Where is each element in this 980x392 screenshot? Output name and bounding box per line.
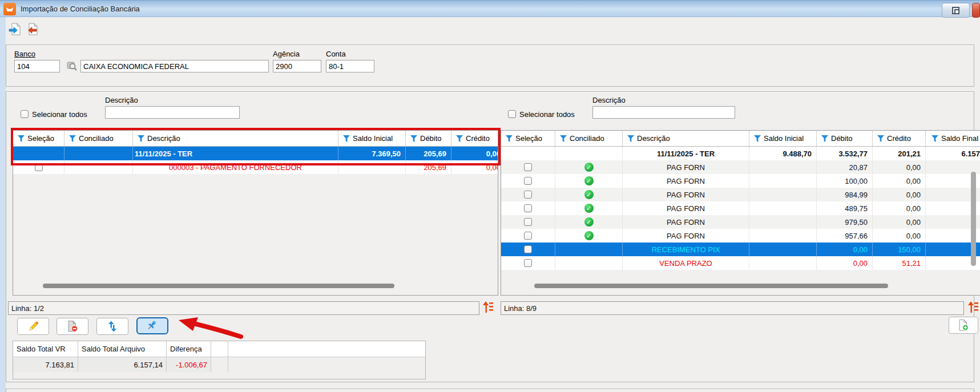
agencia-field[interactable] xyxy=(273,60,321,72)
row-desc: PAG FORN xyxy=(623,174,749,188)
right-grid-header: Seleção Conciliado Descrição Saldo Inici… xyxy=(501,131,980,147)
totals-header-saldo-total-arquivo: Saldo Total Arquivo xyxy=(78,341,167,357)
magnifier-lookup-icon xyxy=(66,60,78,71)
table-row[interactable]: RECEBIMENTO PIX 0,00 150,00 xyxy=(501,243,980,256)
left-filter-input[interactable] xyxy=(105,106,240,119)
sync-arrows-icon xyxy=(106,320,119,333)
column-header-label: Saldo Final xyxy=(941,134,978,143)
table-row[interactable]: 11/11/2025 - TER 9.488,70 3.532,77 201,2… xyxy=(501,147,980,160)
table-row[interactable]: VENDA PRAZO 0,00 51,21 xyxy=(501,256,980,270)
column-header-label: Débito xyxy=(831,134,853,143)
column-header-conciliado[interactable]: Conciliado xyxy=(555,131,623,146)
import-file-button[interactable] xyxy=(7,21,23,38)
diferenca-value: -1.006,67 xyxy=(167,357,211,372)
table-row[interactable]: ✓ PAG FORN 979,50 0,00 xyxy=(501,215,980,229)
row-saldo-inicial: 9.488,70 xyxy=(749,147,817,160)
row-debito: 0,00 xyxy=(817,243,873,256)
totals-values-row: 7.163,81 6.157,14 -1.006,67 xyxy=(13,357,425,372)
right-grid: Seleção Conciliado Descrição Saldo Inici… xyxy=(501,130,980,296)
filter-funnel-icon xyxy=(560,135,567,142)
file-return-arrow-left-icon xyxy=(25,22,39,36)
row-desc: PAG FORN xyxy=(623,215,749,229)
conta-field[interactable] xyxy=(326,60,374,72)
saldo-total-arquivo-value: 6.157,14 xyxy=(78,357,167,372)
totals-header-saldo-total-vr: Saldo Total VR xyxy=(13,341,78,357)
row-credito: 150,00 xyxy=(873,243,926,256)
row-credito: 51,21 xyxy=(873,256,926,270)
annotation-highlight-rect xyxy=(11,128,501,165)
left-grid-hscrollbar[interactable] xyxy=(43,284,394,288)
table-row[interactable]: ✓ PAG FORN 489,75 0,00 xyxy=(501,201,980,215)
column-header-descricao[interactable]: Descrição xyxy=(623,131,749,146)
right-grid-hscrollbar[interactable] xyxy=(534,284,888,288)
row-desc: 11/11/2025 - TER xyxy=(623,147,749,160)
restore-icon xyxy=(952,7,959,14)
conciliado-check-icon: ✓ xyxy=(584,190,594,199)
row-debito: 100,00 xyxy=(817,174,873,188)
column-header-saldo-final[interactable]: Saldo Final xyxy=(926,131,980,146)
left-select-all-checkbox[interactable] xyxy=(21,110,29,118)
filter-funnel-icon xyxy=(877,135,884,142)
close-window-button[interactable] xyxy=(972,3,980,18)
pin-filter-button[interactable] xyxy=(136,317,168,334)
column-header-label: Descrição xyxy=(637,134,670,143)
right-select-all-label: Selecionar todos xyxy=(519,110,575,119)
row-checkbox[interactable] xyxy=(524,259,532,267)
row-desc: PAG FORN xyxy=(623,160,749,174)
file-import-arrow-right-icon xyxy=(8,22,22,36)
filter-funnel-icon xyxy=(821,135,828,142)
totals-header: Saldo Total VR Saldo Total Arquivo Difer… xyxy=(13,341,425,357)
table-row[interactable]: ✓ PAG FORN 100,00 0,00 xyxy=(501,174,980,188)
table-row[interactable]: ✓ PAG FORN 957,66 0,00 xyxy=(501,229,980,243)
column-header-selecao[interactable]: Seleção xyxy=(501,131,555,146)
conciliado-check-icon: ✓ xyxy=(584,231,594,240)
row-checkbox[interactable] xyxy=(524,177,532,185)
column-header-label: Seleção xyxy=(515,134,542,143)
banco-name-field[interactable] xyxy=(80,60,269,72)
restore-window-button[interactable] xyxy=(942,3,970,18)
row-checkbox[interactable] xyxy=(524,245,532,253)
right-status-bar: Linha: 8/9 xyxy=(501,301,964,315)
column-header-label: Crédito xyxy=(887,134,911,143)
saldo-total-vr-value: 7.163,81 xyxy=(13,357,78,372)
row-credito: 0,00 xyxy=(873,160,926,174)
banco-lookup-button[interactable] xyxy=(64,59,79,73)
right-select-all-checkbox[interactable] xyxy=(508,110,516,118)
row-debito: 489,75 xyxy=(817,201,873,215)
edit-button[interactable] xyxy=(17,318,49,335)
right-grid-vscrollbar[interactable] xyxy=(971,172,976,266)
column-header-saldo-inicial[interactable]: Saldo Inicial xyxy=(749,131,817,146)
row-checkbox[interactable] xyxy=(524,218,532,226)
title-bar: Importação de Conciliação Bancária xyxy=(0,0,980,17)
window-frame-edge xyxy=(0,17,6,392)
row-checkbox[interactable] xyxy=(524,204,532,212)
pencil-edit-icon xyxy=(27,320,39,333)
column-header-credito[interactable]: Crédito xyxy=(873,131,926,146)
row-checkbox[interactable] xyxy=(524,191,532,199)
left-select-all-label: Selecionar todos xyxy=(32,110,87,119)
row-debito: 3.532,77 xyxy=(817,147,873,160)
delete-document-button[interactable] xyxy=(57,318,88,335)
conta-label: Conta xyxy=(326,50,346,58)
conciliado-check-icon: ✓ xyxy=(584,217,594,227)
row-checkbox[interactable] xyxy=(524,163,532,171)
row-credito: 0,00 xyxy=(873,229,926,243)
table-row[interactable]: ✓ PAG FORN 984,99 0,00 xyxy=(501,188,980,201)
return-file-button[interactable] xyxy=(24,21,40,38)
column-header-debito[interactable]: Débito xyxy=(817,131,873,146)
row-credito: 201,21 xyxy=(873,147,926,160)
banco-code-field[interactable] xyxy=(14,60,60,72)
right-filter-input[interactable] xyxy=(592,106,735,119)
table-row[interactable]: ✓ PAG FORN 20,87 0,00 xyxy=(501,160,980,174)
window-title: Importação de Conciliação Bancária xyxy=(21,5,140,13)
right-scroll-top-button[interactable] xyxy=(967,300,978,316)
row-checkbox[interactable] xyxy=(524,232,532,240)
refresh-button[interactable] xyxy=(96,318,128,335)
bottom-panel-edge xyxy=(6,389,974,392)
row-debito: 957,66 xyxy=(817,229,873,243)
row-desc: VENDA PRAZO xyxy=(623,256,749,270)
add-document-button[interactable] xyxy=(949,317,978,334)
left-scroll-top-button[interactable] xyxy=(482,300,493,316)
row-debito: 984,99 xyxy=(817,188,873,201)
column-header-label: Conciliado xyxy=(570,134,604,143)
